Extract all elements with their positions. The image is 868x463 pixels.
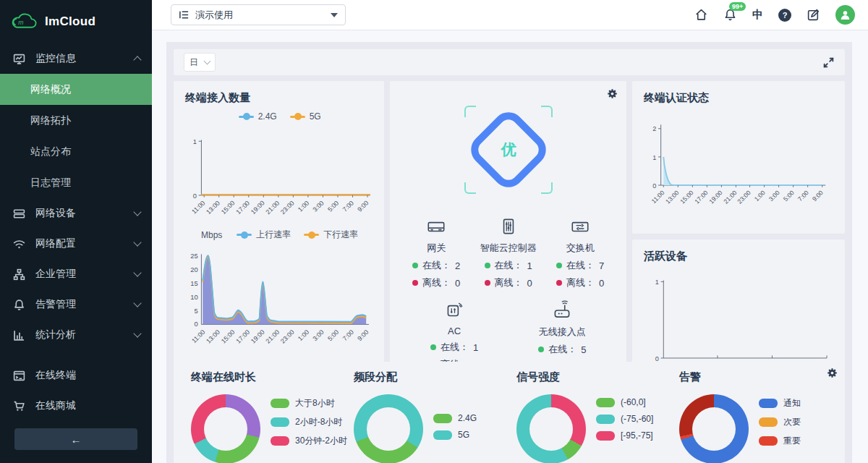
device-online: 在线：5 [538,343,586,356]
sidebar-item-monitoring[interactable]: 监控信息 [0,43,152,74]
legend-item[interactable]: (-75,-60] [596,414,653,424]
legend-item-downlink[interactable]: 下行速率 [304,229,358,241]
legend-item[interactable]: 2.4G [433,413,477,423]
card-title: 终端接入数量 [185,91,374,105]
svg-text:7:00: 7:00 [341,328,355,342]
main-column: 演示使用 99+ 中 ? [152,0,868,463]
legend-label: 通知 [783,397,801,409]
svg-text:21:00: 21:00 [264,199,281,216]
gear-icon[interactable] [827,368,838,378]
ac-icon [443,300,465,321]
legend-chip [759,436,778,446]
org-selector-dropdown[interactable]: 演示使用 [171,4,346,25]
notification-count-badge: 99+ [729,2,746,11]
svg-text:1:00: 1:00 [297,328,310,342]
sidebar-item-network-config[interactable]: 网络配置 [0,229,152,259]
legend-marker [304,234,319,236]
sidebar-item-statistics[interactable]: 统计分析 [0,320,152,350]
terminal-icon [13,370,25,382]
svg-text:13:00: 13:00 [205,328,221,345]
legend-item-uplink[interactable]: 上行速率 [237,229,291,241]
donut-title: 告警 [679,370,835,384]
sidebar-item-enterprise[interactable]: 企业管理 [0,259,152,289]
svg-text:23:00: 23:00 [736,189,752,205]
svg-text:15: 15 [190,280,197,287]
legend-chip [433,430,452,440]
device-name: 网关 [427,242,446,255]
sidebar-item-label: 在线商城 [35,399,140,412]
access-point-icon [551,300,573,321]
legend-item[interactable]: 2小时-8小时 [271,416,347,428]
svg-text:17:00: 17:00 [234,328,251,345]
svg-text:0: 0 [193,192,197,200]
row-top-cards: 终端接入数量 2.4G 5G [174,81,845,356]
sidebar-item-log-management[interactable]: 日志管理 [0,167,152,198]
legend-item[interactable]: 5G [433,430,477,440]
sidebar-item-label: 网络配置 [35,237,124,250]
sidebar-item-network-overview[interactable]: 网络概况 [0,74,152,105]
legend-marker [239,116,254,118]
legend-label: (-60,0] [621,397,646,407]
home-icon[interactable] [694,8,708,22]
language-switch[interactable]: 中 [752,8,763,22]
legend-item[interactable]: 通知 [759,397,801,409]
signal-legend: (-60,0] (-75,-60] [-95,-75] [596,397,653,441]
period-select[interactable]: 日 [184,53,216,72]
sidebar-item-label: 告警管理 [35,298,124,311]
svg-text:9:00: 9:00 [356,199,370,213]
legend-item[interactable]: 30分钟-2小时 [271,435,347,447]
device-online: 在线：7 [556,259,604,272]
legend-item[interactable]: 大于8小时 [271,397,347,409]
device-name: 无线接入点 [539,326,586,339]
legend-item-5g[interactable]: 5G [290,111,321,122]
legend-marker [237,234,252,236]
legend-label: 次要 [783,416,801,428]
user-avatar[interactable] [835,5,855,25]
app-root: m ImCloud 监控信息 网络概况 网络拓扑 站点分布 日志管理 网络设备 [0,0,868,463]
rate-chart: 0 5 10 15 20 25 11:00 [185,241,374,355]
card-title: 活跃设备 [644,250,835,263]
network-health-card: 优 网关 在线：2 离线：0 [390,81,626,392]
legend-item[interactable]: (-60,0] [596,397,653,407]
legend-label: 5G [458,430,469,440]
sidebar-item-network-devices[interactable]: 网络设备 [0,198,152,229]
sidebar-item-online-mall[interactable]: 在线商城 [0,391,152,421]
legend-label: (-75,-60] [621,414,653,424]
sidebar-item-alarm-management[interactable]: 告警管理 [0,289,152,320]
help-icon[interactable]: ? [778,9,791,22]
svg-text:5:00: 5:00 [326,199,340,213]
offline-dot [556,280,562,286]
svg-text:1: 1 [652,154,656,161]
legend-chip [759,417,778,427]
chevron-up-icon [133,56,141,64]
legend-item[interactable]: 次要 [759,416,801,428]
svg-text:9:00: 9:00 [356,328,370,342]
offline-dot [412,280,418,286]
feedback-edit-icon[interactable] [807,8,820,22]
band-legend: 2.4G 5G [433,413,477,440]
fullscreen-icon[interactable] [822,56,835,69]
right-chart-column: 终端认证状态 2 1 0 [632,81,845,392]
auth-status-chart: 2 1 0 11:00 13:00 15:00 [644,109,835,218]
online-dot [556,263,562,268]
terminal-access-chart: 1 0 11:00 13:00 15:00 17:00 19:00 [185,122,374,227]
sidebar-item-site-distribution[interactable]: 站点分布 [0,136,152,167]
svg-text:23:00: 23:00 [279,199,296,216]
sidebar-item-network-topology[interactable]: 网络拓扑 [0,105,152,136]
svg-text:19:00: 19:00 [707,189,723,205]
sidebar-item-online-terminals[interactable]: 在线终端 [0,360,152,391]
legend-item[interactable]: 重要 [759,435,801,447]
device-gateway: 网关 在线：2 离线：0 [400,216,472,289]
device-online: 在线：2 [412,259,460,272]
svg-text:3:00: 3:00 [311,199,325,213]
device-online: 在线：1 [485,259,532,272]
svg-text:10: 10 [190,294,197,301]
sidebar-collapse-button[interactable]: ← [14,428,137,450]
legend-item-24g[interactable]: 2.4G [239,111,277,122]
legend-item[interactable]: [-95,-75] [596,430,653,441]
topbar-icons: 99+ 中 ? [694,5,855,25]
svg-text:17:00: 17:00 [693,189,709,205]
org-selector-value: 演示使用 [195,9,325,22]
controller-icon [498,216,519,237]
notifications-bell-icon[interactable]: 99+ [723,8,737,22]
